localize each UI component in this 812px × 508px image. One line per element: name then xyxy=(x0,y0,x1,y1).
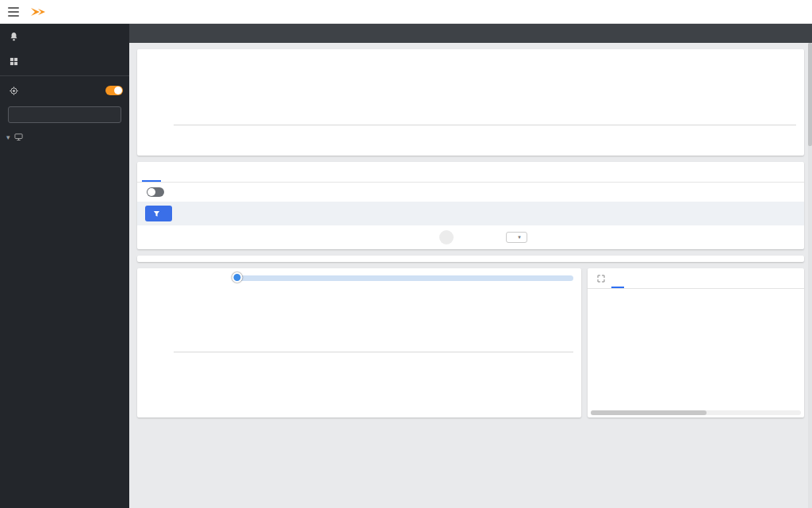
top-header xyxy=(0,0,812,24)
y-axis-label xyxy=(145,286,153,352)
tab-proc-query-stats[interactable] xyxy=(161,162,180,182)
tab-plan-diagram[interactable] xyxy=(611,268,624,288)
completed-queries-tabs xyxy=(137,162,804,183)
solarwinds-logo-icon xyxy=(30,6,46,17)
query-history-plot xyxy=(174,286,573,352)
queries-duration-plot xyxy=(174,57,796,125)
y-axis-label xyxy=(145,57,153,125)
show-hierarchy-toggle[interactable] xyxy=(105,86,123,95)
funnel-icon xyxy=(153,210,160,217)
scrollbar-thumb[interactable] xyxy=(591,410,707,415)
plan-diagram-card xyxy=(588,268,804,418)
page-size-select[interactable]: ▾ xyxy=(506,232,527,243)
app-root: ▾ xyxy=(0,0,812,508)
bell-icon xyxy=(10,32,18,41)
y-axis-ticks xyxy=(153,286,174,352)
sidebar: ▾ xyxy=(0,24,129,508)
expand-icon xyxy=(597,275,605,283)
completed-queries-card: ▾ xyxy=(137,162,804,249)
slider-handle-end[interactable] xyxy=(232,272,243,283)
sidebar-item-alerts-log[interactable] xyxy=(0,24,129,49)
hamburger-menu-icon[interactable] xyxy=(8,7,19,17)
targets-tree: ▾ xyxy=(0,129,129,144)
totals-row xyxy=(137,183,804,202)
dashboards-icon xyxy=(10,57,18,66)
top-nav xyxy=(129,24,812,43)
expand-button[interactable] xyxy=(594,268,608,288)
y-axis-ticks xyxy=(153,57,174,125)
sidebar-item-dashboards[interactable] xyxy=(0,49,129,74)
date-range-slider[interactable] xyxy=(237,275,573,282)
main-content: ▾ xyxy=(129,43,812,508)
target-icon xyxy=(10,87,18,95)
filter-input[interactable] xyxy=(8,106,121,123)
scrollbar-thumb[interactable] xyxy=(808,43,812,146)
sidebar-item-targets[interactable] xyxy=(0,78,129,103)
filter-bar xyxy=(137,202,804,225)
solarwinds-logo xyxy=(30,6,50,17)
tab-completed-queries[interactable] xyxy=(142,162,161,182)
statements-card xyxy=(137,256,804,262)
totals-toggle[interactable] xyxy=(147,187,164,197)
chevron-down-icon[interactable]: ▾ xyxy=(6,133,10,141)
page-number-button[interactable] xyxy=(439,230,454,244)
tab-text-data[interactable] xyxy=(627,268,640,288)
tree-node-demo[interactable]: ▾ xyxy=(0,129,129,144)
tab-parameters[interactable] xyxy=(643,268,656,288)
slider-track[interactable] xyxy=(237,275,573,281)
chevron-down-icon: ▾ xyxy=(518,234,521,241)
statements-title xyxy=(137,256,804,262)
vertical-scrollbar[interactable] xyxy=(808,43,812,508)
queries-duration-card xyxy=(137,49,804,156)
monitor-icon xyxy=(14,133,23,141)
clear-filter-button[interactable] xyxy=(145,206,172,221)
horizontal-scrollbar[interactable] xyxy=(591,410,801,415)
plan-diagram[interactable] xyxy=(588,289,804,418)
pagination: ▾ xyxy=(137,225,804,249)
sidebar-divider xyxy=(0,75,129,76)
query-history-card xyxy=(137,268,581,418)
plan-tabs xyxy=(588,268,804,289)
